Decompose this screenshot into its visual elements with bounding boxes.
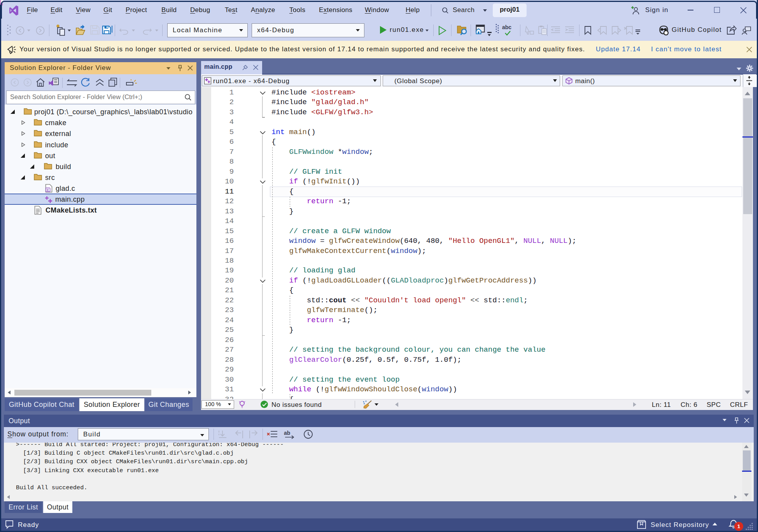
svg-text:ab: ab — [284, 430, 290, 436]
svg-text:c: c — [47, 187, 49, 192]
